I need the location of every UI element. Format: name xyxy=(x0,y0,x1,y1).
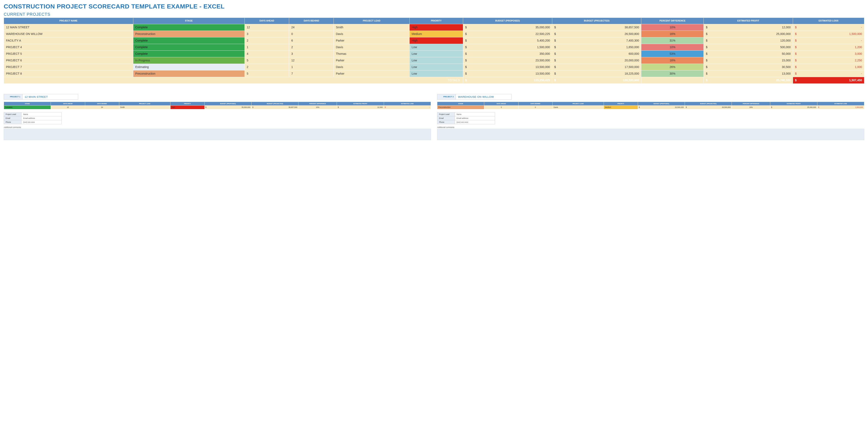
cell-name: WAREHOUSE ON WILLOW xyxy=(4,31,133,37)
cell-pct: 10% xyxy=(299,105,337,109)
project-detail-card: PROJECT 2WAREHOUSE ON WILLOWSTAGEDAYS AH… xyxy=(437,94,864,140)
cell-pct: 26% xyxy=(641,64,704,70)
contact-email-k: Email xyxy=(4,116,22,120)
th-pct: PERCENT DIFFERENCE xyxy=(299,102,337,105)
cell-loss: $- xyxy=(793,37,864,44)
cell-loss: $1,000 xyxy=(793,64,864,70)
cell-budget-proj: $18,225,000 xyxy=(552,70,641,77)
cell-profit: $12,000 xyxy=(337,105,384,109)
cell-priority: Low xyxy=(409,44,463,51)
cell-priority: Medium xyxy=(604,105,638,109)
table-row: PROJECT 8Preconstruction57ParkerLow$13,5… xyxy=(4,70,864,77)
detail-label: PROJECT 1 xyxy=(4,94,23,99)
page-title: CONSTRUCTION PROJECT SCORECARD TEMPLATE … xyxy=(4,3,864,10)
cell-days-behind: 0 xyxy=(518,105,552,109)
section-heading: CURRENT PROJECTS xyxy=(4,12,864,17)
cell-lead: Thomas xyxy=(334,51,410,57)
cell-days-ahead: 12 xyxy=(245,24,289,31)
th-days-ahead: DAYS AHEAD xyxy=(51,102,85,105)
detail-row: Complete1224SmithHigh$35,000,000$38,657,… xyxy=(4,105,431,109)
table-row: WAREHOUSE ON WILLOWPreconstruction30Davi… xyxy=(4,31,864,37)
cell-days-ahead: 5 xyxy=(245,70,289,77)
header-row: PROJECT NAME STAGE DAYS AHEAD DAYS BEHIN… xyxy=(4,18,864,24)
cell-pct: 31% xyxy=(641,37,704,44)
cell-budget-prop: $35,000,000 xyxy=(463,24,552,31)
th-budget-prop: BUDGET (PROPOSED) xyxy=(205,102,251,105)
projects-table: PROJECT NAME STAGE DAYS AHEAD DAYS BEHIN… xyxy=(4,18,864,84)
comments-box[interactable] xyxy=(4,129,431,140)
cell-budget-prop: $5,400,200 xyxy=(463,37,552,44)
cell-pct: 16% xyxy=(641,57,704,64)
cell-name: PROJECT 6 xyxy=(4,57,133,64)
table-row: 12 MAIN STREETComplete1224SmithHigh$35,0… xyxy=(4,24,864,31)
cell-lead: Parker xyxy=(334,70,410,77)
cell-budget-prop: $13,500,000 xyxy=(463,64,552,70)
cell-priority: Low xyxy=(409,64,463,70)
cell-pct: 10% xyxy=(641,24,704,31)
cell-lead: Parker xyxy=(334,57,410,64)
detail-table: STAGEDAYS AHEADDAYS BEHINDPROJECT LEADPR… xyxy=(437,102,864,109)
th-lead: PROJECT LEAD xyxy=(119,102,170,105)
cell-profit: $15,000 xyxy=(704,57,793,64)
cell-days-ahead: 4 xyxy=(245,51,289,57)
cell-days-behind: 0 xyxy=(289,31,334,37)
cell-loss: $1,500,000 xyxy=(817,105,864,109)
contact-lead-v: Name xyxy=(22,112,62,116)
cell-pct: 10% xyxy=(641,44,704,51)
contact-phone-k: Phone xyxy=(4,120,22,124)
cell-budget-proj: $600,000 xyxy=(552,51,641,57)
cell-profit: $13,000 xyxy=(704,70,793,77)
contact-table: Project LeadNameEmailEmail addressPhone(… xyxy=(437,112,495,124)
cell-priority: Low xyxy=(409,70,463,77)
cell-name: 12 MAIN STREET xyxy=(4,24,133,31)
th-priority: PRIORITY xyxy=(604,102,638,105)
th-days-ahead: DAYS AHEAD xyxy=(245,18,289,24)
th-days-behind: DAYS BEHIND xyxy=(85,102,119,105)
comments-box[interactable] xyxy=(437,129,864,140)
cell-lead: Davis xyxy=(334,64,410,70)
cell-budget-prop: $23,500,000 xyxy=(463,57,552,64)
cell-days-behind: 24 xyxy=(289,24,334,31)
contact-phone-k: Phone xyxy=(437,120,455,124)
detail-row: Preconstruction30DavisMedium$22,500,225$… xyxy=(437,105,864,109)
th-budget-proj: BUDGET (PROJECTED) xyxy=(251,102,299,105)
th-budget-proj: BUDGET (PROJECTED) xyxy=(552,18,641,24)
table-row: PROJECT 6In Progress512ParkerLow$23,500,… xyxy=(4,57,864,64)
cell-days-behind: 12 xyxy=(289,57,334,64)
cell-days-ahead: 1 xyxy=(245,44,289,51)
th-priority: PRIORITY xyxy=(409,18,463,24)
contact-phone-v: (xxx) xxx-xxxx xyxy=(455,120,495,124)
cell-days-behind: 2 xyxy=(289,44,334,51)
cell-loss: $- xyxy=(793,24,864,31)
cell-days-ahead: 2 xyxy=(245,64,289,70)
contact-lead-k: Project Lead xyxy=(4,112,22,116)
cell-stage: Preconstruction xyxy=(437,105,484,109)
cell-lead: Smith xyxy=(334,24,410,31)
cell-days-ahead: 2 xyxy=(245,37,289,44)
contact-email-v: Email address xyxy=(22,116,62,120)
th-days-behind: DAYS BEHIND xyxy=(518,102,552,105)
cell-profit: $500,000 xyxy=(704,44,793,51)
cell-priority: High xyxy=(170,105,205,109)
totals-profit: $25,740,500 xyxy=(704,77,793,84)
th-priority: PRIORITY xyxy=(170,102,205,105)
cell-days-behind: 7 xyxy=(289,70,334,77)
cell-profit: $30,500 xyxy=(704,64,793,70)
cell-stage: Complete xyxy=(133,37,245,44)
comments-label: Additional comments xyxy=(437,126,864,128)
table-row: PROJECT 7Estimating21DavisLow$13,500,000… xyxy=(4,64,864,70)
th-lead: PROJECT LEAD xyxy=(552,102,604,105)
cell-stage: Estimating xyxy=(133,64,245,70)
cell-stage: Complete xyxy=(133,51,245,57)
table-row: PROJECT 4Complete12DavisLow$1,500,000$1,… xyxy=(4,44,864,51)
cell-stage: Preconstruction xyxy=(133,31,245,37)
cell-stage: Complete xyxy=(4,105,51,109)
th-lead: PROJECT LEAD xyxy=(334,18,410,24)
cell-budget-proj: $17,500,000 xyxy=(552,64,641,70)
th-pct: PERCENT DIFFERENCE xyxy=(641,18,704,24)
th-name: PROJECT NAME xyxy=(4,18,133,24)
th-budget-prop: BUDGET (PROPOSED) xyxy=(463,18,552,24)
cell-budget-proj: $26,500,800 xyxy=(552,31,641,37)
cell-name: PROJECT 8 xyxy=(4,70,133,77)
th-days-behind: DAYS BEHIND xyxy=(289,18,334,24)
